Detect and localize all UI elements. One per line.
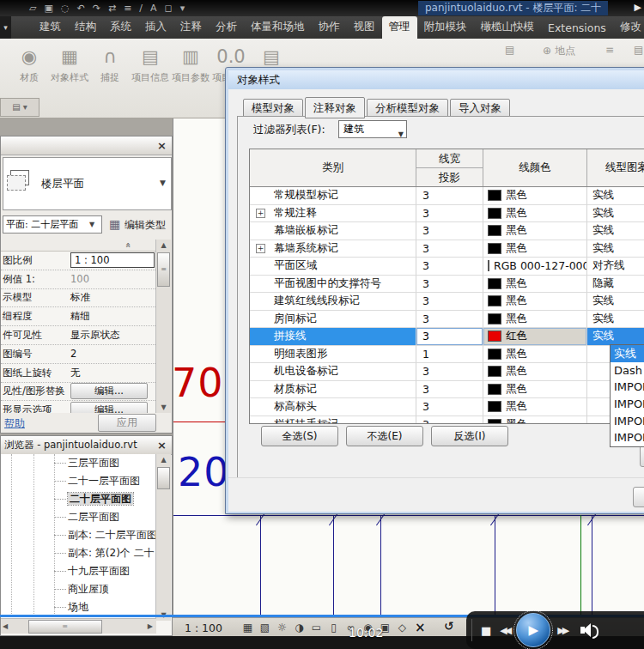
option-import-7[interactable]: IMPORT-7 bbox=[611, 412, 644, 429]
scroll-right-icon[interactable]: ▶ bbox=[148, 622, 153, 630]
tab-analyze[interactable]: 分析 bbox=[209, 16, 244, 39]
tab-model-objects[interactable]: 模型对象 bbox=[243, 99, 303, 118]
volume-icon[interactable] bbox=[580, 623, 599, 637]
line-weight-cell[interactable]: 3 bbox=[416, 293, 483, 311]
line-weight-cell[interactable]: 3 bbox=[416, 258, 483, 276]
expand-icon[interactable]: + bbox=[256, 209, 265, 218]
scrollbar-thumb[interactable] bbox=[157, 467, 170, 489]
repeat-icon[interactable]: ↺ bbox=[444, 619, 454, 633]
line-color-cell[interactable]: 黑色 bbox=[483, 187, 587, 205]
properties-help-link[interactable]: 帮助 bbox=[4, 416, 25, 431]
chevron-down-icon[interactable]: ▼ bbox=[89, 221, 94, 228]
line-weight-cell[interactable]: 3 bbox=[416, 187, 483, 205]
property-value[interactable]: 精细 bbox=[69, 310, 157, 323]
tab-analytical-objects[interactable]: 分析模型对象 bbox=[367, 99, 448, 118]
apply-button[interactable]: 应用 bbox=[98, 414, 156, 432]
line-pattern-cell[interactable]: 实线 bbox=[587, 311, 644, 329]
tab-massing-site[interactable]: 体量和场地 bbox=[244, 16, 312, 39]
browser-view-item[interactable]: 十九层平面图 bbox=[1, 562, 156, 580]
property-value[interactable]: 无 bbox=[69, 367, 157, 379]
property-value[interactable]: 2 bbox=[69, 348, 157, 360]
line-weight-cell[interactable]: 3 bbox=[416, 381, 483, 399]
view-instance-combo[interactable]: 平面: 二十层平面 bbox=[3, 215, 102, 234]
collapse-icon[interactable]: « bbox=[123, 242, 134, 248]
object-style-row[interactable]: 明细表图形 1 黑色 bbox=[250, 346, 644, 364]
misc-tool-icon[interactable]: ▤ bbox=[505, 44, 514, 56]
line-pattern-cell[interactable]: 实线 bbox=[587, 240, 644, 258]
text-icon[interactable]: A bbox=[150, 0, 157, 16]
line-color-cell[interactable]: 黑色 bbox=[483, 311, 587, 329]
panel-strip[interactable]: ▤ ▾ bbox=[0, 98, 39, 117]
materials-button[interactable]: ◉ 材质 bbox=[10, 41, 48, 83]
line-weight-cell[interactable]: 3 bbox=[416, 416, 483, 425]
line-weight-cell[interactable]: 3 bbox=[416, 276, 483, 294]
browser-vscrollbar[interactable]: ▲ ▼ bbox=[155, 454, 171, 621]
scroll-left-icon[interactable]: ◀ bbox=[3, 622, 8, 630]
visual-style-icon[interactable]: ▧ bbox=[258, 622, 271, 634]
tab-view[interactable]: 视图 bbox=[347, 16, 382, 39]
partial-button[interactable] bbox=[633, 487, 644, 507]
scroll-up-icon[interactable]: ▲ bbox=[156, 454, 171, 465]
object-styles-button[interactable]: ▦ 对象样式 bbox=[51, 41, 88, 83]
object-style-row[interactable]: 栏杆扶手标记 3 黑色 bbox=[250, 416, 644, 425]
line-pattern-cell[interactable]: 隐藏 bbox=[587, 276, 644, 294]
line-pattern-cell[interactable]: 实线 bbox=[587, 222, 644, 240]
browser-view-item[interactable]: 二层平面图 bbox=[1, 508, 156, 526]
line-pattern-cell[interactable]: 实线 bbox=[587, 293, 644, 311]
chevron-down-icon[interactable]: ▼ bbox=[160, 179, 166, 187]
redo-icon[interactable]: ↷ bbox=[93, 0, 100, 16]
object-style-row[interactable]: 拼接线 3 红色 实线 bbox=[250, 328, 644, 346]
line-pattern-cell[interactable]: 实线 bbox=[587, 205, 644, 223]
line-color-cell[interactable]: 黑色 bbox=[483, 240, 587, 258]
worksharing-display-icon[interactable]: ◇ bbox=[396, 622, 409, 634]
line-weight-cell[interactable]: 3 bbox=[416, 240, 483, 258]
customize-qat-icon[interactable]: ▾ bbox=[180, 0, 185, 16]
collapse-panel-icon[interactable]: ▾ bbox=[0, 16, 11, 39]
scroll-down-icon[interactable]: ▼ bbox=[156, 402, 171, 413]
tab-insert[interactable]: 插入 bbox=[138, 16, 173, 39]
show-crop-region-icon[interactable]: ▯ bbox=[327, 622, 340, 634]
location-button[interactable]: ⊕ 地点 bbox=[543, 44, 575, 58]
invert-button[interactable]: 反选(I) bbox=[431, 426, 508, 446]
line-weight-cell[interactable]: 3 bbox=[416, 311, 483, 329]
line-color-cell[interactable]: 黑色 bbox=[483, 346, 587, 364]
line-weight-cell[interactable]: 3 bbox=[416, 328, 483, 346]
filter-list-combo[interactable]: 建筑 ▼ bbox=[338, 120, 407, 138]
chevron-down-icon[interactable]: ▼ bbox=[398, 126, 404, 143]
object-style-row[interactable]: 材质标记 3 黑色 bbox=[250, 381, 644, 399]
browser-view-item[interactable]: 商业屋顶 bbox=[1, 580, 156, 598]
tab-collaborate[interactable]: 协作 bbox=[312, 16, 347, 39]
shuffle-icon[interactable]: × bbox=[415, 620, 426, 635]
line-color-cell[interactable]: 黑色 bbox=[483, 363, 587, 381]
object-style-row[interactable]: + 幕墙系统标记 3 黑色 实线 bbox=[250, 240, 644, 258]
transfer-icon[interactable]: ⇄ bbox=[108, 0, 116, 16]
save-icon[interactable]: ▣ bbox=[44, 0, 52, 16]
option-import-2[interactable]: IMPORT-2 bbox=[611, 379, 644, 396]
line-color-cell[interactable]: 黑色 bbox=[483, 276, 587, 294]
scrollbar-thumb[interactable]: ≡ bbox=[28, 620, 102, 634]
type-selector[interactable]: 楼层平面 ▼ bbox=[3, 157, 172, 210]
tab-addins[interactable]: 附加模块 bbox=[417, 16, 474, 39]
browser-view-item[interactable]: 副本: 二十层平面图 bbox=[1, 526, 156, 544]
line-weight-cell[interactable]: 3 bbox=[416, 398, 483, 416]
undo-icon[interactable]: ↶ bbox=[76, 0, 84, 16]
line-pattern-cell[interactable]: 对齐线 bbox=[587, 258, 644, 276]
property-value[interactable]: 1 : 100 bbox=[69, 252, 157, 268]
browser-view-item[interactable]: 二十一层平面图 bbox=[1, 472, 156, 490]
tab-systems[interactable]: 系统 bbox=[103, 16, 138, 39]
browser-view-item[interactable]: 场地 bbox=[1, 598, 156, 616]
default-3d-view-icon[interactable]: ◻ bbox=[165, 0, 173, 16]
option-import-da[interactable]: IMPORT-DA bbox=[611, 429, 644, 446]
line-weight-cell[interactable]: 1 bbox=[416, 346, 483, 364]
tab-ganlanshan[interactable]: 橄榄山快模 bbox=[474, 16, 542, 39]
rewind-button[interactable]: ◀◀ bbox=[500, 625, 509, 636]
line-pattern-cell[interactable]: 实线 bbox=[587, 328, 644, 346]
line-color-cell[interactable]: 黑色 bbox=[483, 222, 587, 240]
stop-button[interactable]: ■ bbox=[481, 624, 491, 637]
object-style-row[interactable]: 平面视图中的支撑符号 3 黑色 隐藏 bbox=[250, 276, 644, 294]
object-style-row[interactable]: 建筑红线线段标记 3 黑色 实线 bbox=[250, 293, 644, 311]
line-color-cell[interactable]: 黑色 bbox=[483, 381, 587, 399]
edit-type-button[interactable]: 编辑类型 bbox=[125, 218, 166, 233]
line-color-cell[interactable]: 黑色 bbox=[483, 416, 587, 425]
object-style-row[interactable]: 幕墙嵌板标记 3 黑色 实线 bbox=[250, 222, 644, 240]
